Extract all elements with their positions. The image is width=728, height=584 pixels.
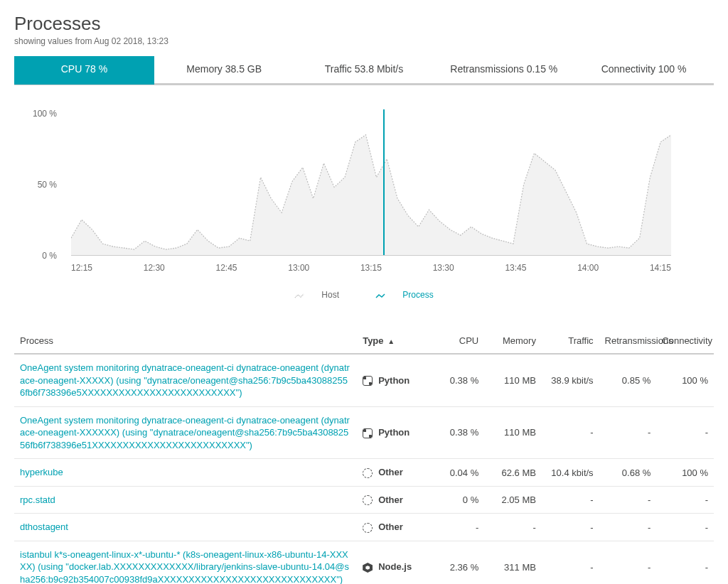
y-tick: 0 % [42, 251, 57, 261]
type-cell: Python [357, 354, 427, 406]
x-tick: 13:30 [433, 263, 454, 284]
cpu-chart: 100 % 50 % 0 % 12:1512:3012:4513:0013:15… [14, 114, 714, 284]
x-tick: 12:30 [144, 263, 165, 284]
cpu-value: 0.04 % [427, 459, 485, 487]
process-link[interactable]: dthostagent [20, 521, 68, 532]
chart-plot-area[interactable] [71, 114, 671, 256]
chart-x-axis: 12:1512:3012:4513:0013:1513:3013:4514:00… [71, 263, 671, 284]
tab-memory[interactable]: Memory 38.5 GB [154, 56, 294, 85]
retrans-value: - [599, 406, 657, 459]
conn-value: - [656, 486, 714, 514]
memory-value: 2.05 MB [484, 486, 542, 514]
conn-value: 100 % [656, 459, 714, 487]
y-tick: 50 % [38, 180, 57, 190]
retrans-value: 0.68 % [599, 459, 657, 487]
type-cell: Other [357, 459, 427, 487]
traffic-value: - [542, 486, 599, 514]
cpu-value: - [427, 514, 485, 541]
col-traffic[interactable]: Traffic [542, 328, 599, 354]
table-row: istanbul k*s-oneagent-linux-x*-ubuntu-* … [14, 541, 714, 584]
table-row: rpc.statdOther0 %2.05 MB--- [14, 486, 714, 514]
process-link[interactable]: hyperkube [20, 467, 63, 477]
process-link[interactable]: rpc.statd [20, 494, 55, 505]
time-marker[interactable] [383, 109, 385, 255]
legend-host: Host [286, 290, 348, 300]
x-tick: 12:15 [71, 263, 92, 284]
x-tick: 13:15 [360, 263, 382, 284]
type-cell: Other [357, 486, 427, 514]
memory-value: - [484, 514, 542, 541]
memory-value: 110 MB [484, 354, 542, 406]
tab-connectivity[interactable]: Connectivity 100 % [574, 56, 714, 85]
conn-value: 100 % [656, 354, 714, 406]
nodejs-icon [363, 563, 373, 573]
other-icon [363, 523, 373, 533]
python-icon [363, 428, 373, 438]
memory-value: 62.6 MB [484, 459, 542, 487]
page-title: Processes [14, 13, 714, 35]
page-subtitle: showing values from Aug 02 2018, 13:23 [14, 36, 714, 46]
x-tick: 13:00 [288, 263, 309, 284]
traffic-value: 10.4 kbit/s [542, 459, 599, 487]
process-link[interactable]: OneAgent system monitoring dynatrace-one… [20, 362, 350, 398]
type-cell: Node.js [357, 541, 427, 584]
chart-y-axis: 100 % 50 % 0 % [14, 114, 64, 256]
conn-value: - [656, 514, 714, 541]
col-retrans[interactable]: Retransmissions [599, 328, 657, 354]
table-row: hyperkubeOther0.04 %62.6 MB10.4 kbit/s0.… [14, 459, 714, 487]
traffic-value: - [542, 406, 599, 459]
memory-value: 311 MB [484, 541, 542, 584]
x-tick: 13:45 [505, 263, 526, 284]
col-process[interactable]: Process [14, 328, 357, 354]
cpu-value: 0 % [427, 486, 485, 514]
process-table: ProcessType ▲CPUMemoryTrafficRetransmiss… [14, 328, 714, 584]
col-type[interactable]: Type ▲ [357, 328, 427, 354]
cpu-value: 2.36 % [427, 541, 485, 584]
metric-tabs: CPU 78 %Memory 38.5 GBTraffic 53.8 Mbit/… [14, 56, 714, 85]
retrans-value: - [599, 514, 657, 541]
host-line-icon [294, 292, 304, 299]
type-cell: Python [357, 406, 427, 459]
other-icon [363, 468, 373, 478]
col-conn[interactable]: Connectivity [656, 328, 714, 354]
legend-process: Process [367, 290, 441, 300]
table-row: OneAgent system monitoring dynatrace-one… [14, 354, 714, 406]
memory-value: 110 MB [484, 406, 542, 459]
x-tick: 14:15 [650, 263, 671, 284]
traffic-value: - [542, 541, 599, 584]
process-link[interactable]: OneAgent system monitoring dynatrace-one… [20, 415, 350, 450]
tab-traffic[interactable]: Traffic 53.8 Mbit/s [294, 56, 434, 85]
traffic-value: 38.9 kbit/s [542, 354, 599, 406]
table-row: OneAgent system monitoring dynatrace-one… [14, 406, 714, 459]
chart-legend: Host Process [14, 290, 714, 300]
retrans-value: 0.85 % [599, 354, 657, 406]
other-icon [363, 495, 373, 505]
cpu-value: 0.38 % [427, 406, 485, 459]
retrans-value: - [599, 486, 657, 514]
y-tick: 100 % [33, 109, 57, 119]
cpu-value: 0.38 % [427, 354, 485, 406]
process-link[interactable]: istanbul k*s-oneagent-linux-x*-ubuntu-* … [20, 549, 349, 584]
tab-cpu[interactable]: CPU 78 % [14, 56, 154, 85]
process-line-icon [375, 292, 385, 299]
x-tick: 14:00 [577, 263, 599, 284]
sort-asc-icon: ▲ [387, 337, 395, 345]
conn-value: - [656, 406, 714, 459]
col-memory[interactable]: Memory [484, 328, 542, 354]
col-cpu[interactable]: CPU [427, 328, 485, 354]
table-row: dthostagentOther----- [14, 514, 714, 541]
conn-value: - [656, 541, 714, 584]
x-tick: 12:45 [215, 263, 237, 284]
traffic-value: - [542, 514, 599, 541]
type-cell: Other [357, 514, 427, 541]
retrans-value: - [599, 541, 657, 584]
tab-retransmissions[interactable]: Retransmissions 0.15 % [434, 56, 574, 85]
python-icon [363, 376, 373, 386]
